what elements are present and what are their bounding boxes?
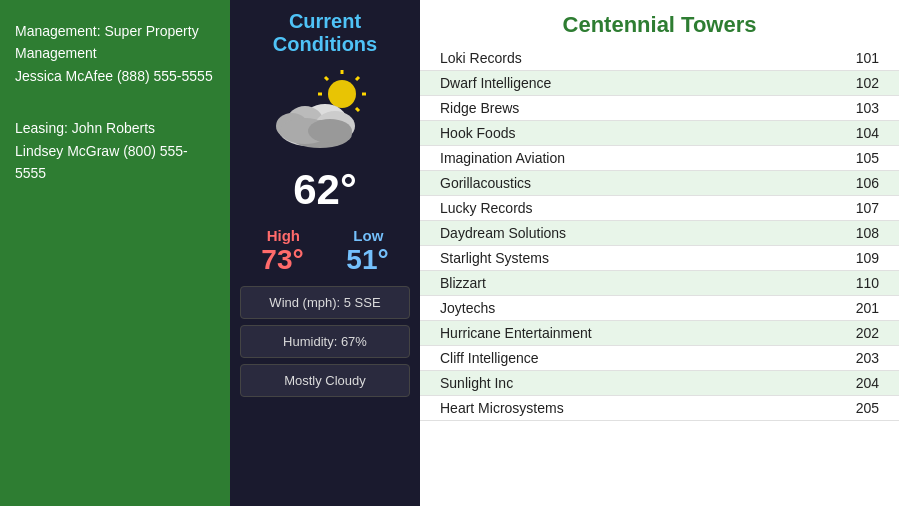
tenant-row: Cliff Intelligence203: [420, 346, 899, 371]
tenant-row: Hook Foods104: [420, 121, 899, 146]
management-section: Management: Super Property Management Je…: [15, 20, 215, 87]
leasing-text: Leasing: John Roberts: [15, 120, 155, 136]
tenants-title: Centennial Towers: [420, 0, 899, 46]
tenant-name: Sunlight Inc: [440, 375, 513, 391]
leasing-section: Leasing: John Roberts Lindsey McGraw (80…: [15, 117, 215, 184]
weather-title: Current Conditions: [240, 10, 410, 56]
tenant-row: Loki Records101: [420, 46, 899, 71]
tenant-row: Hurricane Entertainment202: [420, 321, 899, 346]
tenant-suite: 106: [856, 175, 879, 191]
humidity-box: Humidity: 67%: [240, 325, 410, 358]
tenant-name: Loki Records: [440, 50, 522, 66]
tenant-row: Starlight Systems109: [420, 246, 899, 271]
tenant-row: Sunlight Inc204: [420, 371, 899, 396]
tenant-row: Imagination Aviation105: [420, 146, 899, 171]
tenant-name: Cliff Intelligence: [440, 350, 539, 366]
tenant-suite: 105: [856, 150, 879, 166]
tenant-name: Blizzart: [440, 275, 486, 291]
tenant-suite: 110: [856, 275, 879, 291]
tenant-suite: 109: [856, 250, 879, 266]
weather-temperature: 62°: [293, 166, 357, 214]
tenant-list: Loki Records101Dwarf Intelligence102Ridg…: [420, 46, 899, 421]
high-value: 73°: [261, 244, 303, 276]
tenant-suite: 201: [856, 300, 879, 316]
high-low-labels: High Low: [240, 227, 410, 244]
tenant-name: Hurricane Entertainment: [440, 325, 592, 341]
tenant-row: Dwarf Intelligence102: [420, 71, 899, 96]
high-low-values: 73° 51°: [240, 244, 410, 276]
weather-panel: Current Conditions 62° High Low 73° 51: [230, 0, 420, 506]
tenant-suite: 203: [856, 350, 879, 366]
svg-point-16: [308, 119, 352, 143]
tenant-suite: 101: [856, 50, 879, 66]
tenants-panel: Centennial Towers Loki Records101Dwarf I…: [420, 0, 899, 506]
tenant-row: Daydream Solutions108: [420, 221, 899, 246]
tenant-name: Lucky Records: [440, 200, 533, 216]
condition-box: Mostly Cloudy: [240, 364, 410, 397]
tenant-name: Joytechs: [440, 300, 495, 316]
high-label: High: [267, 227, 300, 244]
management-contact: Jessica McAfee (888) 555-5555: [15, 68, 213, 84]
tenant-suite: 108: [856, 225, 879, 241]
low-label: Low: [353, 227, 383, 244]
wind-box: Wind (mph): 5 SSE: [240, 286, 410, 319]
tenant-row: Gorillacoustics106: [420, 171, 899, 196]
tenant-row: Joytechs201: [420, 296, 899, 321]
tenant-name: Daydream Solutions: [440, 225, 566, 241]
left-panel: Management: Super Property Management Je…: [0, 0, 230, 506]
svg-line-8: [356, 108, 359, 111]
tenant-name: Imagination Aviation: [440, 150, 565, 166]
tenant-name: Gorillacoustics: [440, 175, 531, 191]
tenant-suite: 104: [856, 125, 879, 141]
management-text: Management: Super Property Management: [15, 23, 199, 61]
tenant-row: Ridge Brews103: [420, 96, 899, 121]
tenant-suite: 107: [856, 200, 879, 216]
tenant-name: Starlight Systems: [440, 250, 549, 266]
weather-icon: [270, 66, 380, 156]
tenant-name: Heart Microsystems: [440, 400, 564, 416]
tenant-name: Ridge Brews: [440, 100, 519, 116]
tenant-suite: 103: [856, 100, 879, 116]
tenant-name: Dwarf Intelligence: [440, 75, 551, 91]
svg-line-5: [325, 77, 328, 80]
tenant-row: Lucky Records107: [420, 196, 899, 221]
svg-line-6: [356, 77, 359, 80]
leasing-contact: Lindsey McGraw (800) 555-5555: [15, 143, 188, 181]
tenant-suite: 205: [856, 400, 879, 416]
tenant-row: Heart Microsystems205: [420, 396, 899, 421]
tenant-suite: 202: [856, 325, 879, 341]
tenant-name: Hook Foods: [440, 125, 515, 141]
low-value: 51°: [346, 244, 388, 276]
tenant-suite: 204: [856, 375, 879, 391]
tenant-suite: 102: [856, 75, 879, 91]
svg-point-0: [328, 80, 356, 108]
tenant-row: Blizzart110: [420, 271, 899, 296]
